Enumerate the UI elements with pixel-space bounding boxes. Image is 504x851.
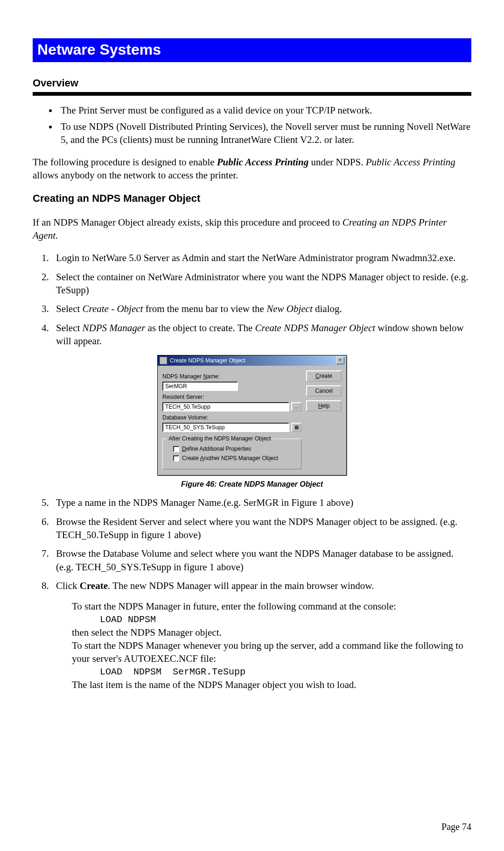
step-item: Login to NetWare 5.0 Server as Admin and…	[51, 251, 471, 264]
figure-wrapper: Create NDPS Manager Object × NDPS Manage…	[33, 355, 471, 475]
step-item: Select Create - Object from the menu bar…	[51, 302, 471, 315]
checkbox-label: Define Additional Properties	[182, 446, 251, 452]
text-fragment: Click	[56, 580, 80, 591]
volume-row: ▦	[162, 423, 301, 432]
heading-rule	[33, 92, 471, 96]
step-item: Browse the Database Volume and select wh…	[51, 547, 471, 574]
dialog-titlebar[interactable]: Create NDPS Manager Object ×	[158, 355, 346, 366]
emphasis-text: NDPS Manager	[83, 322, 146, 333]
overview-paragraph: The following procedure is designed to e…	[33, 156, 471, 182]
emphasis-text: Public Access Printing	[366, 156, 455, 168]
database-volume-input[interactable]	[162, 423, 289, 432]
step-item: Click Create. The new NDPS Manager will …	[51, 579, 471, 592]
overview-heading: Overview	[33, 77, 471, 89]
create-button[interactable]: Create	[306, 370, 342, 382]
text-fragment: Create	[182, 455, 200, 461]
accelerator-char: N	[203, 373, 207, 380]
emphasis-text: Public Access Printing	[217, 156, 308, 168]
close-button[interactable]: ×	[336, 357, 344, 364]
list-item: To use NDPS (Novell Distributed Printing…	[58, 121, 471, 146]
cancel-button[interactable]: Cancel	[306, 385, 342, 397]
subsection-heading: Creating an NDPS Manager Object	[33, 192, 471, 205]
list-item: The Print Server must be configured as a…	[58, 104, 471, 117]
text-fragment: ame:	[207, 373, 220, 380]
text-fragment: allows anybody on the network to access …	[33, 170, 238, 181]
after-creation-groupbox: Define Additional Properties Create Anot…	[162, 439, 301, 469]
text-line: The last item is the name of the NDPS Ma…	[72, 678, 471, 691]
accelerator-char: C	[315, 373, 320, 379]
app-icon	[160, 357, 167, 364]
dialog-create-ndps-manager: Create NDPS Manager Object × NDPS Manage…	[157, 355, 347, 475]
step-item: Select the container on NetWare Administ…	[51, 270, 471, 297]
checkbox-label: Create Another NDPS Manager Object	[182, 455, 278, 461]
procedure-steps: Login to NetWare 5.0 Server as Admin and…	[33, 251, 471, 347]
step-item: Select NDPS Manager as the object to cre…	[51, 321, 471, 348]
text-fragment: elp	[322, 403, 329, 409]
figure-caption: Figure 46: Create NDPS Manager Object	[33, 480, 471, 489]
text-fragment: nother NDPS Manager Object	[204, 455, 278, 461]
text-fragment: as the object to create. The	[145, 322, 255, 333]
procedure-steps-continued: Type a name in the NDPS Manager Name.(e.…	[33, 496, 471, 592]
console-command: LOAD NDPSM SerMGR.TeSupp	[100, 666, 471, 678]
text-fragment: under NDPS.	[308, 156, 366, 168]
text-fragment: efine Additional Properties	[186, 446, 251, 452]
label-resident-server: Resident Server:	[162, 394, 301, 400]
create-another-checkbox-row[interactable]: Create Another NDPS Manager Object	[173, 455, 296, 461]
text-line: To start the NDPS Manager whenever you b…	[72, 639, 471, 666]
emphasis-text: Create - Object	[83, 303, 143, 314]
text-line: To start the NDPS Manager in future, ent…	[72, 600, 471, 613]
browse-server-button[interactable]: …	[291, 402, 301, 411]
dialog-right-column: Create Cancel Help	[306, 370, 342, 469]
text-fragment: dialog.	[313, 303, 342, 314]
text-fragment: NDPS Manager	[162, 373, 203, 380]
accelerator-char: A	[200, 455, 204, 461]
overview-bullet-list: The Print Server must be configured as a…	[33, 104, 471, 146]
bold-text: Create	[80, 580, 108, 591]
section-banner: Netware Systems	[33, 38, 471, 62]
text-fragment: reate	[320, 373, 332, 379]
browse-volume-button[interactable]: ▦	[291, 423, 301, 432]
text-fragment: Select	[56, 322, 83, 333]
dialog-title: Create NDPS Manager Object	[169, 357, 245, 364]
text-fragment: . The new NDPS Manager will appear in th…	[108, 580, 374, 591]
server-row: …	[162, 402, 301, 411]
text-fragment: If an NDPS Manager Object already exists…	[33, 217, 343, 228]
text-fragment: Select	[56, 303, 83, 314]
label-manager-name: NDPS Manager Name:	[162, 373, 301, 380]
dialog-left-column: NDPS Manager Name: Resident Server: … Da…	[162, 370, 301, 469]
text-fragment: .	[56, 230, 58, 241]
checkbox-icon[interactable]	[173, 446, 179, 452]
titlebar-left: Create NDPS Manager Object	[160, 357, 245, 364]
checkbox-icon[interactable]	[173, 455, 179, 461]
dialog-body: NDPS Manager Name: Resident Server: … Da…	[158, 366, 346, 475]
text-line: then select the NDPS Manager object.	[72, 626, 471, 639]
page-number: Page 74	[441, 822, 471, 832]
emphasis-text: New Object	[266, 303, 313, 314]
step-item: Type a name in the NDPS Manager Name.(e.…	[51, 496, 471, 509]
accelerator-char: D	[182, 446, 186, 452]
define-properties-checkbox-row[interactable]: Define Additional Properties	[173, 446, 296, 452]
step-item: Browse the Resident Server and select wh…	[51, 515, 471, 542]
help-button[interactable]: Help	[306, 400, 342, 411]
console-command: LOAD NDPSM	[100, 613, 471, 626]
intro-paragraph: If an NDPS Manager Object already exists…	[33, 216, 471, 242]
label-database-volume: Database Volume:	[162, 414, 301, 421]
emphasis-text: Create NDPS Manager Object	[255, 322, 376, 333]
resident-server-input[interactable]	[162, 402, 289, 411]
text-fragment: The following procedure is designed to e…	[33, 156, 217, 168]
text-fragment: from the menu bar to view the	[143, 303, 266, 314]
manager-name-input[interactable]	[162, 382, 238, 391]
post-steps-block: To start the NDPS Manager in future, ent…	[72, 600, 471, 691]
document-page: Netware Systems Overview The Print Serve…	[0, 0, 504, 851]
